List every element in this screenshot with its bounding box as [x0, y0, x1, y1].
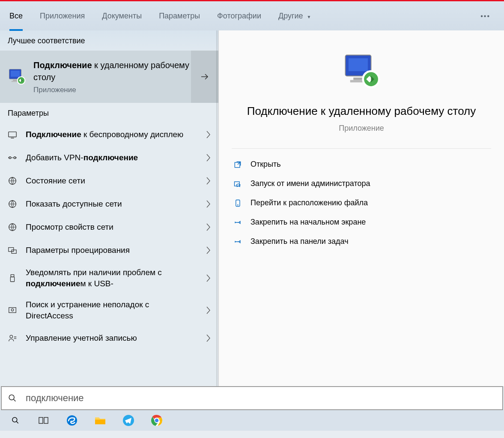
- settings-result-item[interactable]: Параметры проецирования: [0, 239, 218, 262]
- chevron-right-icon: [206, 246, 211, 254]
- best-match-subtitle: Приложение: [33, 86, 211, 94]
- results-panel: Лучшее соответствие Подключение к удален…: [0, 30, 218, 386]
- settings-result-item[interactable]: Состояние сети: [0, 169, 218, 192]
- result-item-label: Управление учетной записью: [26, 333, 194, 344]
- usb-icon: [8, 273, 17, 283]
- result-item-label: Добавить VPN-подключение: [26, 152, 194, 163]
- search-bar: [1, 386, 503, 410]
- chevron-right-icon: [206, 131, 211, 138]
- display-icon: [8, 130, 17, 139]
- chrome-icon[interactable]: [151, 414, 163, 426]
- chevron-down-icon: ▼: [307, 15, 311, 19]
- detail-subtitle: Приложение: [219, 124, 504, 133]
- action-label: Перейти к расположению файла: [251, 198, 368, 207]
- detail-action-pin[interactable]: Закрепить на панели задач: [219, 232, 504, 251]
- tab-documents[interactable]: Документы: [102, 2, 142, 30]
- settings-result-item[interactable]: Показать доступные сети: [0, 192, 218, 216]
- search-filter-tabs: Все Приложения Документы Параметры Фотог…: [0, 1, 504, 30]
- best-match-header: Лучшее соответствие: [0, 30, 218, 51]
- chevron-right-icon: [206, 223, 211, 231]
- settings-result-item[interactable]: Поиск и устранение неполадок с DirectAcc…: [0, 294, 218, 326]
- result-item-label: Показать доступные сети: [26, 198, 194, 210]
- search-input[interactable]: [26, 393, 496, 404]
- tab-apps[interactable]: Приложения: [40, 2, 85, 30]
- tab-more[interactable]: Другие ▼: [278, 2, 311, 30]
- detail-action-folder[interactable]: Перейти к расположению файла: [219, 193, 504, 213]
- chevron-right-icon: [206, 177, 211, 185]
- settings-result-item[interactable]: Уведомлять при наличии проблем с подключ…: [0, 262, 218, 294]
- best-match-result[interactable]: Подключение к удаленному рабочему столу …: [0, 51, 218, 103]
- tab-settings[interactable]: Параметры: [159, 2, 200, 30]
- detail-action-pin[interactable]: Закрепить на начальном экране: [219, 213, 504, 232]
- details-panel: Подключение к удаленному рабочему столу …: [218, 30, 504, 386]
- telegram-icon[interactable]: [122, 414, 134, 426]
- chevron-right-icon: [206, 334, 211, 342]
- result-item-label: Просмотр свойств сети: [26, 222, 194, 233]
- mstsc-icon: [342, 52, 381, 90]
- globe-icon: [8, 176, 17, 186]
- settings-result-item[interactable]: Добавить VPN-подключение: [0, 146, 218, 169]
- svg-rect-24: [95, 420, 105, 424]
- chevron-right-icon: [206, 200, 211, 208]
- action-label: Закрепить на начальном экране: [251, 218, 366, 227]
- svg-rect-22: [44, 417, 48, 423]
- vpn-icon: [8, 153, 17, 162]
- open-icon: [233, 160, 242, 169]
- tab-all[interactable]: Все: [9, 2, 23, 30]
- globe-icon: [8, 199, 17, 209]
- settings-result-item[interactable]: Подключение к беспроводному дисплею: [0, 123, 218, 146]
- action-label: Запуск от имени администратора: [251, 179, 370, 188]
- svg-rect-21: [39, 417, 43, 423]
- project-icon: [8, 246, 17, 255]
- search-icon: [8, 393, 17, 403]
- globe-icon: [8, 222, 17, 232]
- result-item-label: Состояние сети: [26, 175, 194, 186]
- best-match-title: Подключение к удаленному рабочему столу: [33, 59, 211, 83]
- result-item-label: Поиск и устранение неполадок с DirectAcc…: [26, 299, 194, 321]
- admin-icon: [233, 180, 242, 188]
- chevron-right-icon: [206, 154, 211, 162]
- taskbar-search-button[interactable]: [9, 414, 21, 426]
- settings-section-header: Параметры: [0, 103, 218, 123]
- detail-title: Подключение к удаленному рабочему столу: [219, 103, 504, 119]
- result-item-label: Уведомлять при наличии проблем с подключ…: [26, 267, 194, 289]
- chevron-right-icon: [206, 306, 211, 314]
- edge-icon[interactable]: [66, 414, 78, 426]
- settings-result-item[interactable]: Просмотр свойств сети: [0, 216, 218, 239]
- result-item-label: Параметры проецирования: [26, 245, 194, 256]
- mstsc-icon: [8, 68, 26, 86]
- task-view-button[interactable]: [38, 414, 50, 426]
- result-item-label: Подключение к беспроводному дисплею: [26, 129, 194, 140]
- trouble-icon: [8, 306, 17, 315]
- file-explorer-icon[interactable]: [94, 414, 106, 426]
- more-options-button[interactable]: •••: [480, 12, 490, 20]
- folder-icon: [233, 199, 242, 207]
- action-label: Открыть: [251, 160, 281, 169]
- expand-details-button[interactable]: [191, 51, 218, 103]
- settings-result-item[interactable]: Управление учетной записью: [0, 327, 218, 350]
- tab-photos[interactable]: Фотографии: [217, 2, 261, 30]
- chevron-right-icon: [206, 274, 211, 282]
- pin-icon: [233, 218, 242, 227]
- pin-icon: [233, 237, 242, 246]
- taskbar: [0, 410, 504, 431]
- account-icon: [8, 333, 17, 343]
- detail-action-admin[interactable]: Запуск от имени администратора: [219, 174, 504, 193]
- action-label: Закрепить на панели задач: [251, 237, 349, 246]
- detail-action-open[interactable]: Открыть: [219, 155, 504, 174]
